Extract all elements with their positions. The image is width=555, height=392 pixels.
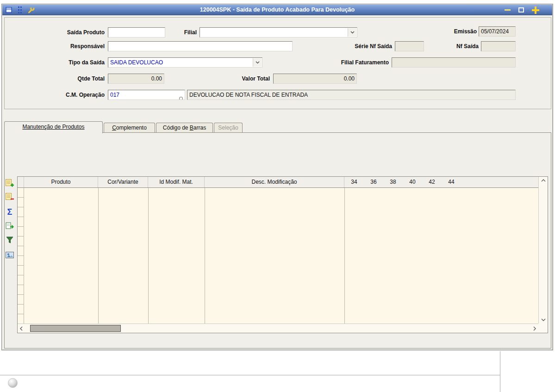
saida-produto-input[interactable] <box>108 27 165 37</box>
grid-col-34[interactable]: 34 <box>344 177 364 187</box>
background-panel-divider <box>0 375 500 375</box>
window-title: 120004SPK - Saída de Produto Acabado Par… <box>2 5 552 15</box>
grid-col-38[interactable]: 38 <box>383 177 403 187</box>
emissao-field: 05/07/2024 <box>479 26 516 37</box>
filter-icon[interactable] <box>4 235 15 246</box>
cm-operacao-description: DEVOLUCAO DE NOTA FISCAL DE ENTRADA <box>187 90 516 100</box>
scroll-right-icon[interactable] <box>531 324 538 333</box>
cm-operacao-code: 017 <box>110 92 119 98</box>
app-window: 120004SPK - Saída de Produto Acabado Par… <box>1 4 553 350</box>
serie-nf-saida-label: Série Nf Saída <box>323 43 392 50</box>
tab-manutencao-de-produtos[interactable]: Manutenção de Produtos <box>4 121 103 133</box>
scroll-up-icon[interactable] <box>539 177 548 184</box>
qtde-total-field: 0.00 <box>108 74 164 84</box>
grid-body[interactable] <box>18 188 538 324</box>
valor-total-value: 0.00 <box>344 75 355 82</box>
filial-faturamento-label: Filial Faturamento <box>310 59 389 66</box>
grid-col-42[interactable]: 42 <box>422 177 442 187</box>
cm-operacao-label: C.M. Operação <box>31 92 105 98</box>
responsavel-input[interactable] <box>108 41 293 51</box>
titlebar-icons <box>6 6 35 14</box>
tipo-saida-select[interactable]: SAIDA DEVOLUCAO <box>108 57 262 68</box>
grid-col-44[interactable]: 44 <box>442 177 461 187</box>
tab-selecao: Seleção <box>214 123 243 132</box>
delete-row-icon[interactable] <box>4 191 15 202</box>
valor-total-label: Valor Total <box>214 75 270 82</box>
products-grid[interactable]: Produto Cor/Variante Id Modif. Mat. Desc… <box>17 176 548 333</box>
grid-header-filler <box>461 177 538 187</box>
grid-col-cor-variante[interactable]: Cor/Variante <box>98 177 148 187</box>
tab-complemento[interactable]: Complemento <box>104 123 155 132</box>
emissao-label: Emissão <box>430 28 477 35</box>
tab-label: Complemento <box>112 124 147 131</box>
wrench-icon[interactable] <box>27 6 35 14</box>
cm-operacao-description-text: DEVOLUCAO DE NOTA FISCAL DE ENTRADA <box>189 92 308 98</box>
scroll-down-icon[interactable] <box>539 316 548 324</box>
sum-icon[interactable]: Σ <box>4 206 15 218</box>
image-icon[interactable] <box>4 249 15 261</box>
filial-select[interactable] <box>200 27 357 37</box>
qtde-total-label: Qtde Total <box>31 75 105 82</box>
grid-col-36[interactable]: 36 <box>364 177 383 187</box>
tab-codigo-de-barras[interactable]: Código de Barras <box>156 123 213 132</box>
filial-faturamento-field <box>392 57 516 68</box>
grid-col-id-modif-mat[interactable]: Id Modif. Mat. <box>148 177 205 187</box>
scrollbar-corner <box>538 324 548 333</box>
navigator-icon[interactable] <box>18 6 22 14</box>
grid-header-corner <box>18 177 24 187</box>
horizontal-scroll-thumb[interactable] <box>30 325 121 332</box>
tipo-saida-label: Tipo da Saída <box>31 59 105 66</box>
cm-operacao-input[interactable]: 017 <box>108 90 185 100</box>
tab-label: Código de Barras <box>163 124 206 131</box>
maximize-icon[interactable] <box>518 7 524 12</box>
valor-total-field: 0.00 <box>273 74 357 84</box>
qtde-total-value: 0.00 <box>151 75 162 82</box>
grid-col-produto[interactable]: Produto <box>24 177 98 187</box>
nf-saida-label: Nf Saída <box>432 43 479 50</box>
chevron-down-icon[interactable] <box>348 28 356 37</box>
export-grid-icon[interactable] <box>4 220 15 231</box>
filial-label: Filial <box>160 29 197 36</box>
emissao-value: 05/07/2024 <box>481 28 509 35</box>
scroll-left-icon[interactable] <box>18 324 25 333</box>
tab-label: Seleção <box>218 124 238 131</box>
close-plus-icon[interactable] <box>532 6 539 14</box>
status-led-icon <box>8 378 18 388</box>
grid-col-40[interactable]: 40 <box>403 177 422 187</box>
add-row-icon[interactable] <box>4 177 15 188</box>
grid-row-header-column <box>18 188 24 324</box>
minimize-icon[interactable] <box>505 9 511 11</box>
grid-col-desc-modificacao[interactable]: Desc. Modificação <box>205 177 344 187</box>
serie-nf-saida-field <box>395 41 424 51</box>
chevron-down-icon[interactable] <box>253 58 262 67</box>
form-icon[interactable] <box>6 6 12 13</box>
desktop: 120004SPK - Saída de Produto Acabado Par… <box>0 0 555 392</box>
tipo-saida-value: SAIDA DEVOLUCAO <box>110 59 163 66</box>
nf-saida-field <box>481 41 516 51</box>
magnifier-icon[interactable] <box>179 95 184 100</box>
horizontal-scrollbar[interactable] <box>18 324 538 333</box>
background-panel-edge <box>500 351 500 392</box>
saida-produto-label: Saída Produto <box>31 29 105 36</box>
tab-label: Manutenção de Produtos <box>22 124 84 130</box>
grid-header: Produto Cor/Variante Id Modif. Mat. Desc… <box>18 177 538 188</box>
vertical-scrollbar[interactable] <box>538 177 548 324</box>
title-bar[interactable]: 120004SPK - Saída de Produto Acabado Par… <box>2 5 552 15</box>
responsavel-label: Responsável <box>31 43 105 50</box>
window-controls <box>505 5 539 15</box>
